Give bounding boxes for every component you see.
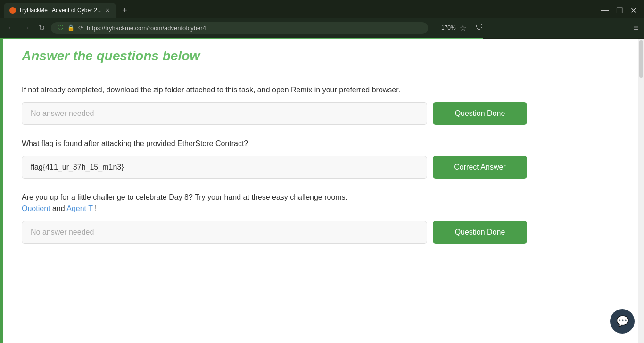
- new-tab-button[interactable]: +: [118, 4, 131, 17]
- tab-title: TryHackMe | Advent of Cyber 2...: [19, 7, 102, 14]
- title-divider: [207, 61, 619, 61]
- page-load-progress: [0, 38, 644, 39]
- question-done-button-3[interactable]: Question Done: [433, 221, 527, 244]
- question-done-button-1[interactable]: Question Done: [433, 102, 527, 125]
- forward-button[interactable]: →: [21, 22, 32, 33]
- answer-input-3[interactable]: [22, 221, 427, 244]
- question-3-text-after: !: [95, 204, 97, 212]
- zoom-indicator: 170%: [441, 24, 456, 31]
- answer-input-2[interactable]: [22, 156, 427, 179]
- tab-bar: TryHackMe | Advent of Cyber 2... × + — ❐…: [0, 0, 644, 18]
- correct-answer-button[interactable]: Correct Answer: [433, 156, 527, 179]
- shield-icon: 🛡: [58, 24, 64, 32]
- bookmark-star-icon[interactable]: ☆: [460, 24, 466, 33]
- question-text-2: What flag is found after attacking the p…: [22, 138, 619, 149]
- refresh-small-icon: ⟳: [78, 24, 83, 31]
- content-area: Answer the questions below If not alread…: [3, 39, 638, 343]
- browser-chrome: TryHackMe | Advent of Cyber 2... × + — ❐…: [0, 0, 644, 39]
- chat-icon: 💬: [616, 315, 629, 327]
- shield-guard-icon[interactable]: 🛡: [476, 24, 483, 32]
- address-bar: ← → ↻ 🛡 🔒 ⟳ https://tryhackme.com/room/a…: [0, 18, 644, 38]
- answer-input-1[interactable]: [22, 102, 427, 125]
- menu-icon[interactable]: ≡: [633, 23, 638, 33]
- question-block-1: If not already completed, download the z…: [22, 84, 619, 125]
- url-text: https://tryhackme.com/room/adventofcyber…: [87, 24, 206, 32]
- question-block-3: Are you up for a little challenge to cel…: [22, 192, 619, 244]
- window-controls: — ❐ ✕: [601, 6, 640, 15]
- scrollbar-thumb[interactable]: [639, 40, 643, 78]
- progress-fill: [0, 38, 483, 39]
- close-button[interactable]: ✕: [630, 6, 636, 15]
- scrollbar[interactable]: [638, 39, 644, 343]
- refresh-button[interactable]: ↻: [36, 22, 47, 33]
- tab-close-button[interactable]: ×: [105, 6, 110, 15]
- answer-row-1: Question Done: [22, 102, 619, 125]
- minimize-button[interactable]: —: [601, 6, 609, 15]
- quotient-link[interactable]: Quotient: [22, 204, 50, 212]
- tab-favicon: [9, 7, 16, 14]
- answer-row-3: Question Done: [22, 221, 619, 244]
- answer-row-2: Correct Answer: [22, 156, 619, 179]
- question-3-text-before: Are you up for a little challenge to cel…: [22, 193, 347, 201]
- active-tab[interactable]: TryHackMe | Advent of Cyber 2... ×: [4, 3, 116, 18]
- back-button[interactable]: ←: [6, 22, 17, 33]
- main-layout: Answer the questions below If not alread…: [0, 39, 644, 343]
- question-block-2: What flag is found after attacking the p…: [22, 138, 619, 179]
- section-title-row: Answer the questions below: [22, 49, 619, 73]
- section-title: Answer the questions below: [22, 49, 200, 64]
- maximize-button[interactable]: ❐: [616, 6, 623, 15]
- and-text: and: [52, 204, 65, 212]
- lock-icon: 🔒: [67, 24, 74, 31]
- question-text-3: Are you up for a little challenge to cel…: [22, 192, 619, 214]
- url-bar[interactable]: 🛡 🔒 ⟳ https://tryhackme.com/room/advento…: [51, 22, 428, 34]
- chat-bubble-button[interactable]: 💬: [610, 309, 635, 334]
- question-text-1: If not already completed, download the z…: [22, 84, 619, 96]
- agent-t-link[interactable]: Agent T: [66, 204, 92, 212]
